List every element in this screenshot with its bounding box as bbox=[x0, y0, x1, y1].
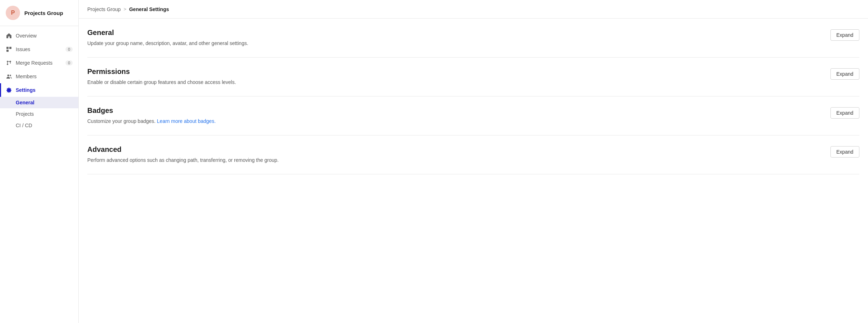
merge-requests-label: Merge Requests bbox=[16, 60, 53, 66]
sub-nav-general[interactable]: General bbox=[0, 97, 78, 108]
sub-nav-projects[interactable]: Projects bbox=[0, 108, 78, 120]
section-advanced: Advanced Perform advanced options such a… bbox=[87, 135, 859, 174]
section-permissions-title: Permissions bbox=[87, 68, 816, 76]
issues-icon bbox=[6, 46, 12, 53]
section-badges: Badges Customize your group badges. Lear… bbox=[87, 96, 859, 135]
sidebar-item-members[interactable]: Members bbox=[0, 70, 78, 83]
section-advanced-description: Perform advanced options such as changin… bbox=[87, 156, 816, 164]
section-permissions-body: Permissions Enable or disable certain gr… bbox=[87, 68, 830, 86]
content-area: General Update your group name, descript… bbox=[79, 19, 868, 323]
sidebar-item-merge-requests[interactable]: Merge Requests 0 bbox=[0, 56, 78, 70]
sub-nav-cicd[interactable]: CI / CD bbox=[0, 120, 78, 131]
sidebar-nav: Overview Issues 0 bbox=[0, 26, 78, 323]
svg-rect-0 bbox=[6, 47, 9, 49]
sidebar-item-settings[interactable]: Settings bbox=[0, 83, 78, 97]
sidebar-header: P Projects Group bbox=[0, 0, 78, 26]
svg-point-3 bbox=[7, 61, 8, 62]
svg-point-5 bbox=[7, 64, 8, 65]
merge-requests-badge: 0 bbox=[65, 60, 73, 65]
breadcrumb: Projects Group > General Settings bbox=[79, 0, 868, 19]
svg-point-7 bbox=[10, 75, 11, 76]
merge-requests-icon bbox=[6, 60, 12, 66]
sidebar-item-overview[interactable]: Overview bbox=[0, 29, 78, 43]
settings-label: Settings bbox=[16, 87, 35, 93]
section-general-description: Update your group name, description, ava… bbox=[87, 40, 816, 47]
section-advanced-title: Advanced bbox=[87, 145, 816, 154]
section-advanced-expand-button[interactable]: Expand bbox=[830, 146, 859, 158]
main-content: Projects Group > General Settings Genera… bbox=[79, 0, 868, 323]
section-general-title: General bbox=[87, 29, 816, 37]
section-permissions-expand-button[interactable]: Expand bbox=[830, 68, 859, 80]
settings-sub-nav: General Projects CI / CD bbox=[0, 97, 78, 131]
section-badges-text: Customize your group badges. bbox=[87, 118, 157, 124]
overview-label: Overview bbox=[16, 33, 36, 39]
section-badges-expand-button[interactable]: Expand bbox=[830, 107, 859, 119]
svg-rect-2 bbox=[6, 50, 9, 52]
settings-icon bbox=[6, 87, 12, 93]
home-icon bbox=[6, 33, 12, 39]
members-label: Members bbox=[16, 74, 36, 79]
sidebar-group-name: Projects Group bbox=[24, 10, 63, 16]
section-badges-link[interactable]: Learn more about badges. bbox=[157, 118, 216, 124]
members-icon bbox=[6, 73, 12, 80]
sidebar: P Projects Group Overview bbox=[0, 0, 79, 323]
section-general: General Update your group name, descript… bbox=[87, 19, 859, 58]
section-badges-description: Customize your group badges. Learn more … bbox=[87, 118, 816, 125]
section-permissions: Permissions Enable or disable certain gr… bbox=[87, 58, 859, 96]
breadcrumb-separator: > bbox=[123, 6, 126, 12]
section-badges-title: Badges bbox=[87, 106, 816, 115]
section-advanced-body: Advanced Perform advanced options such a… bbox=[87, 145, 830, 164]
section-general-expand-button[interactable]: Expand bbox=[830, 29, 859, 41]
svg-point-6 bbox=[8, 75, 9, 76]
avatar: P bbox=[6, 6, 20, 20]
sidebar-item-issues[interactable]: Issues 0 bbox=[0, 43, 78, 56]
issues-label: Issues bbox=[16, 46, 30, 52]
issues-badge: 0 bbox=[65, 47, 73, 52]
section-general-body: General Update your group name, descript… bbox=[87, 29, 830, 47]
section-permissions-description: Enable or disable certain group features… bbox=[87, 79, 816, 86]
breadcrumb-current: General Settings bbox=[129, 6, 169, 12]
svg-rect-1 bbox=[9, 47, 11, 49]
breadcrumb-parent[interactable]: Projects Group bbox=[87, 6, 121, 12]
section-badges-body: Badges Customize your group badges. Lear… bbox=[87, 106, 830, 125]
